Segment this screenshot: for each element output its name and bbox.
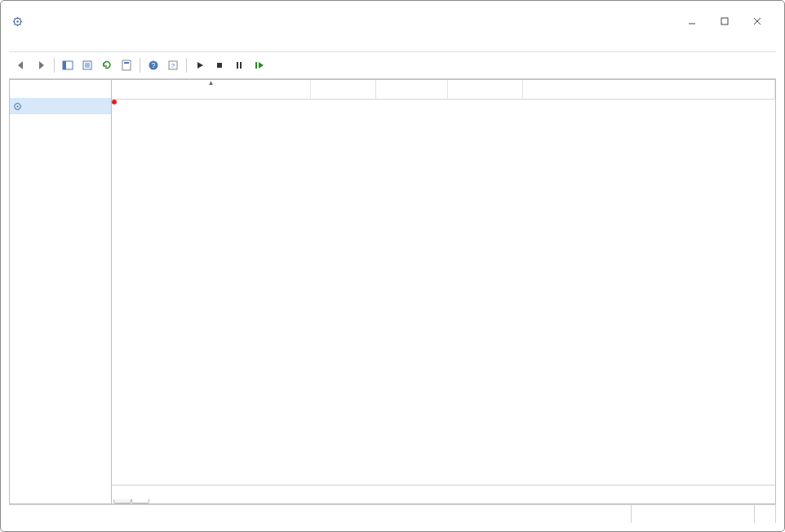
menu-help[interactable]	[61, 41, 74, 44]
titlebar	[9, 9, 776, 33]
menu-file[interactable]	[12, 41, 25, 44]
pause-service-button[interactable]	[230, 56, 248, 74]
window-controls	[681, 13, 771, 29]
svg-point-1	[16, 20, 18, 22]
services-window: ? ? ▲	[0, 0, 785, 532]
statusbar	[9, 504, 776, 523]
toolbar-separator	[140, 58, 140, 73]
show-hide-tree-button[interactable]	[59, 56, 77, 74]
tab-extended[interactable]	[113, 499, 131, 503]
properties-button[interactable]	[118, 56, 135, 74]
svg-line-7	[20, 24, 20, 24]
svg-line-9	[20, 18, 20, 19]
service-list: ▲	[112, 80, 775, 485]
tree-item-services[interactable]	[10, 98, 111, 114]
column-name[interactable]: ▲	[112, 80, 311, 99]
svg-text:?: ?	[171, 62, 175, 69]
svg-rect-21	[124, 62, 129, 64]
close-button[interactable]	[747, 13, 768, 29]
svg-rect-28	[240, 62, 242, 69]
toolbar-separator	[186, 58, 187, 73]
stop-service-button[interactable]	[211, 56, 228, 74]
forward-button[interactable]	[32, 56, 50, 74]
maximize-button[interactable]	[714, 13, 735, 29]
svg-rect-29	[255, 62, 257, 69]
export-list-button[interactable]	[78, 56, 96, 74]
view-tabs	[112, 485, 775, 503]
tree-pane	[10, 80, 112, 503]
refresh-button[interactable]	[98, 56, 116, 74]
svg-line-8	[14, 24, 15, 24]
svg-rect-15	[63, 61, 66, 69]
svg-point-31	[16, 105, 18, 107]
app-icon	[12, 16, 23, 27]
start-service-button[interactable]	[191, 56, 209, 74]
menu-action[interactable]	[29, 41, 42, 44]
list-body[interactable]	[112, 99, 775, 485]
window-title-area	[12, 16, 681, 27]
list-pane: ▲	[112, 80, 775, 503]
main-split: ▲	[9, 79, 776, 504]
toolbar: ? ?	[9, 52, 776, 79]
column-description[interactable]	[311, 80, 376, 99]
sort-indicator-icon: ▲	[208, 80, 215, 86]
svg-text:?: ?	[151, 61, 155, 69]
services-icon	[12, 101, 23, 112]
menubar	[9, 33, 776, 52]
svg-rect-20	[122, 60, 131, 70]
list-header: ▲	[112, 80, 775, 100]
restart-service-button[interactable]	[250, 56, 268, 74]
back-button[interactable]	[12, 56, 30, 74]
help-topics-button[interactable]: ?	[164, 56, 182, 74]
tab-standard[interactable]	[131, 499, 149, 503]
column-startup-type[interactable]	[448, 80, 523, 99]
svg-rect-27	[237, 62, 238, 69]
svg-rect-26	[217, 63, 222, 68]
column-logon-as[interactable]	[523, 80, 775, 99]
help-button[interactable]: ?	[144, 56, 162, 74]
menu-view[interactable]	[45, 41, 58, 44]
minimize-button[interactable]	[681, 13, 703, 29]
svg-rect-11	[721, 18, 728, 24]
toolbar-separator	[54, 58, 55, 73]
column-state[interactable]	[376, 80, 448, 99]
svg-line-6	[14, 18, 15, 19]
